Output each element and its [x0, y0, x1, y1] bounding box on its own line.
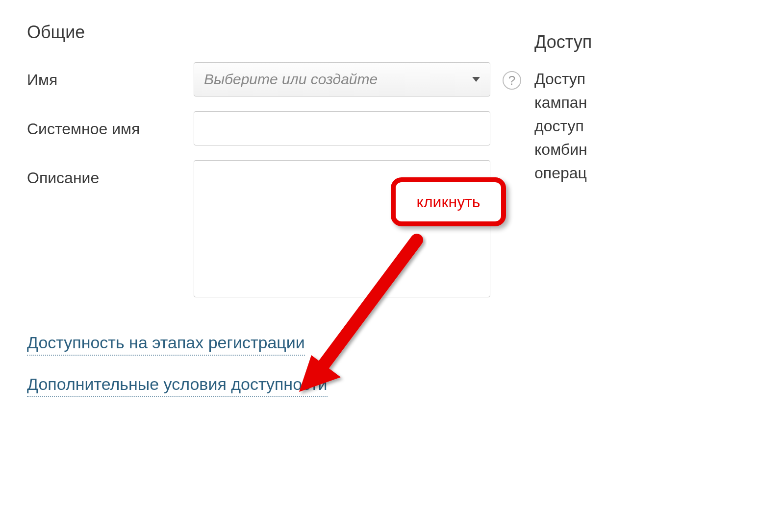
system-name-label: Системное имя [27, 111, 194, 138]
right-panel-text: Доступ кампан доступ комбин операц [534, 67, 784, 185]
right-panel-title: Доступ [534, 32, 784, 52]
system-name-input[interactable] [194, 111, 490, 145]
right-panel: Доступ Доступ кампан доступ комбин опера… [534, 32, 784, 185]
annotation-label: кликнуть [417, 193, 481, 211]
name-placeholder: Выберите или создайте [204, 71, 378, 88]
annotation-callout: кликнуть [391, 177, 506, 226]
help-icon[interactable]: ? [503, 71, 521, 90]
additional-conditions-link[interactable]: Дополнительные условия доступности [27, 373, 328, 397]
caret-down-icon [472, 77, 480, 82]
name-label: Имя [27, 62, 194, 89]
name-select[interactable]: Выберите или создайте [194, 62, 490, 97]
availability-link[interactable]: Доступность на этапах регистрации [27, 331, 305, 356]
description-label: Описание [27, 160, 194, 187]
